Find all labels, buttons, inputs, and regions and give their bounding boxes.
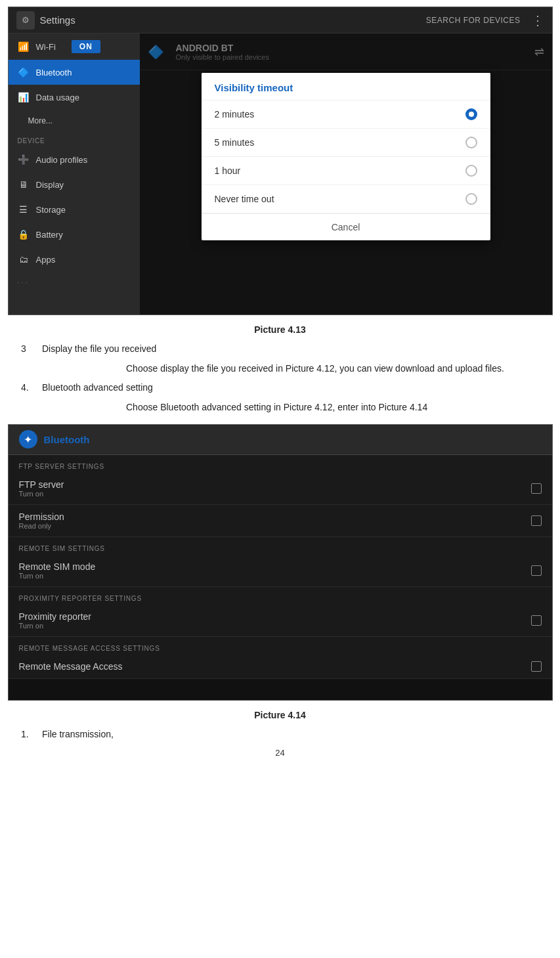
bt2-header-icon: ✦ xyxy=(19,430,37,448)
item-3-row: 3 Display the file you received xyxy=(21,341,539,356)
item-3-desc: Choose display the file you received in … xyxy=(126,361,539,376)
bt2-header: ✦ Bluetooth xyxy=(9,425,552,455)
remote-msg-title: Remote Message Access xyxy=(19,661,531,672)
item-1-label: File transmission, xyxy=(42,727,114,741)
sidebar-item-apps[interactable]: 🗂 Apps xyxy=(9,247,140,272)
item-4-row: 4. Bluetooth advanced setting xyxy=(21,380,539,395)
ftp-server-checkbox[interactable] xyxy=(531,483,542,494)
remote-sim-text: Remote SIM mode Turn on xyxy=(19,561,531,580)
dialog-title: Visibility timeout xyxy=(202,73,490,100)
proximity-sub: Turn on xyxy=(19,622,531,630)
apps-label: Apps xyxy=(36,255,56,265)
permission-text: Permission Read only xyxy=(19,512,531,530)
proximity-row[interactable]: Proximity reporter Turn on xyxy=(9,605,552,637)
audio-label: Audio profiles xyxy=(36,155,88,165)
item-4-desc: Choose Bluetooth advanced setting in Pic… xyxy=(126,400,539,414)
remote-msg-text: Remote Message Access xyxy=(19,661,531,672)
radio-2min xyxy=(465,108,477,120)
sidebar-item-storage[interactable]: ☰ Storage xyxy=(9,197,140,222)
audio-icon: ➕ xyxy=(18,154,30,165)
battery-icon: 🔒 xyxy=(18,229,30,240)
menu-icon[interactable] xyxy=(531,12,544,28)
bluetooth-label: Bluetooth xyxy=(36,68,72,77)
ftp-server-row[interactable]: FTP server Turn on xyxy=(9,473,552,505)
screenshot-2: ✦ Bluetooth FTP SERVER SETTINGS FTP serv… xyxy=(8,424,553,701)
option-5min-label: 5 minutes xyxy=(215,137,465,148)
remote-msg-section-label: REMOTE MESSAGE ACCESS SETTINGS xyxy=(9,637,552,655)
main-layout: 📶 Wi-Fi ON 🔷 Bluetooth 📊 Data usage More… xyxy=(9,33,552,315)
dialog-cancel-button[interactable]: Cancel xyxy=(202,213,490,240)
sidebar-item-more[interactable]: More... xyxy=(9,110,140,132)
dialog-option-never[interactable]: Never time out xyxy=(202,185,490,213)
device-section-label: DEVICE xyxy=(9,132,140,147)
top-bar-left: ⚙ Settings xyxy=(16,11,75,30)
ftp-server-text: FTP server Turn on xyxy=(19,479,531,498)
proximity-checkbox[interactable] xyxy=(531,615,542,626)
proximity-section-label: PROXIMITY REPORTER SETTINGS xyxy=(9,587,552,605)
ftp-server-sub: Turn on xyxy=(19,490,531,498)
radio-5min xyxy=(465,137,477,148)
caption-1: Picture 4.13 xyxy=(0,324,560,335)
sidebar-item-wifi[interactable]: 📶 Wi-Fi ON xyxy=(9,33,140,60)
item-1-num: 1. xyxy=(21,727,42,741)
remote-sim-sub: Turn on xyxy=(19,572,531,580)
remote-msg-row[interactable]: Remote Message Access xyxy=(9,655,552,679)
item-1-row: 1. File transmission, xyxy=(21,727,539,741)
sidebar-item-data-usage[interactable]: 📊 Data usage xyxy=(9,85,140,110)
item-4-label: Bluetooth advanced setting xyxy=(42,380,153,395)
storage-icon: ☰ xyxy=(18,204,30,215)
page-number: 24 xyxy=(0,748,560,758)
sidebar: 📶 Wi-Fi ON 🔷 Bluetooth 📊 Data usage More… xyxy=(9,33,140,315)
permission-row[interactable]: Permission Read only xyxy=(9,505,552,537)
battery-label: Battery xyxy=(36,230,63,240)
wifi-toggle[interactable]: ON xyxy=(72,40,100,53)
right-content: 🔷 ANDROID BT Only visible to paired devi… xyxy=(140,33,552,315)
dialog-overlay: Visibility timeout 2 minutes 5 minutes 1… xyxy=(140,33,552,315)
remote-sim-section-label: REMOTE SIM SETTINGS xyxy=(9,537,552,555)
radio-1hour xyxy=(465,165,477,177)
option-1hour-label: 1 hour xyxy=(215,165,465,176)
remote-msg-checkbox[interactable] xyxy=(531,661,542,672)
search-for-devices-label[interactable]: SEARCH FOR DEVICES xyxy=(426,16,521,25)
top-bar-right: SEARCH FOR DEVICES xyxy=(426,12,544,28)
dialog-option-2min[interactable]: 2 minutes xyxy=(202,100,490,129)
remote-sim-title: Remote SIM mode xyxy=(19,561,531,572)
display-icon: 🖥 xyxy=(18,179,30,190)
permission-title: Permission xyxy=(19,512,531,522)
top-bar: ⚙ Settings SEARCH FOR DEVICES xyxy=(9,7,552,33)
remote-sim-row[interactable]: Remote SIM mode Turn on xyxy=(9,555,552,587)
apps-icon: 🗂 xyxy=(18,253,30,265)
screenshot-1: ⚙ Settings SEARCH FOR DEVICES 📶 Wi-Fi ON… xyxy=(8,7,553,315)
settings-icon: ⚙ xyxy=(16,11,35,30)
ftp-section-label: FTP SERVER SETTINGS xyxy=(9,455,552,473)
item-3-num: 3 xyxy=(21,341,42,356)
sidebar-item-more2[interactable]: · · · xyxy=(9,272,140,293)
sidebar-item-audio[interactable]: ➕ Audio profiles xyxy=(9,147,140,172)
settings-title: Settings xyxy=(40,14,75,26)
permission-sub: Read only xyxy=(19,522,531,530)
remote-sim-checkbox[interactable] xyxy=(531,565,542,576)
dialog-option-1hour[interactable]: 1 hour xyxy=(202,157,490,185)
footer-text: 1. File transmission, xyxy=(21,727,539,741)
storage-label: Storage xyxy=(36,205,66,215)
more-label: More... xyxy=(28,116,53,125)
permission-checkbox[interactable] xyxy=(531,515,542,526)
sidebar-item-bluetooth[interactable]: 🔷 Bluetooth xyxy=(9,60,140,85)
bottom-bar xyxy=(9,679,552,700)
ftp-server-title: FTP server xyxy=(19,479,531,490)
sidebar-item-battery[interactable]: 🔒 Battery xyxy=(9,222,140,247)
item-4-num: 4. xyxy=(21,380,42,395)
data-usage-label: Data usage xyxy=(36,93,80,102)
bluetooth-icon: 🔷 xyxy=(18,66,30,78)
data-usage-icon: 📊 xyxy=(18,91,30,103)
body-text: 3 Display the file you received Choose d… xyxy=(21,341,539,415)
proximity-title: Proximity reporter xyxy=(19,611,531,622)
wifi-label: Wi-Fi xyxy=(36,42,56,52)
option-never-label: Never time out xyxy=(215,194,465,204)
item-3-label: Display the file you received xyxy=(42,341,156,356)
proximity-text: Proximity reporter Turn on xyxy=(19,611,531,630)
sidebar-item-display[interactable]: 🖥 Display xyxy=(9,172,140,197)
option-2min-label: 2 minutes xyxy=(215,109,465,120)
radio-never xyxy=(465,193,477,205)
dialog-option-5min[interactable]: 5 minutes xyxy=(202,129,490,157)
